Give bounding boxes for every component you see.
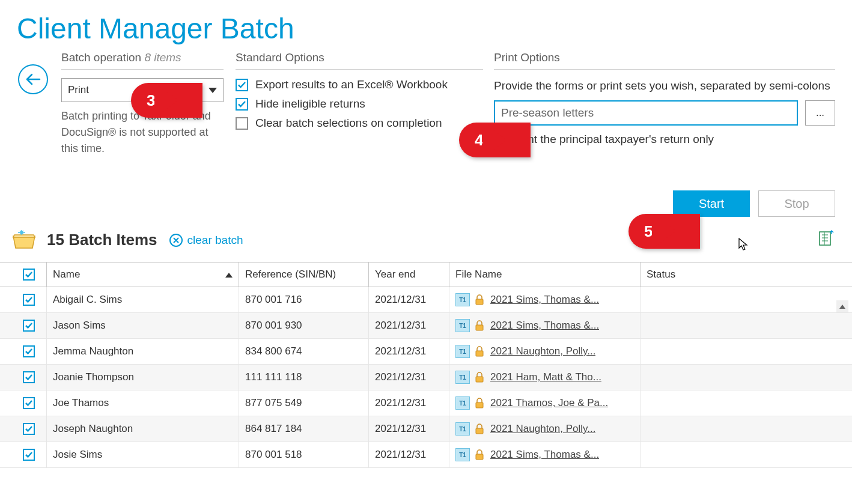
cell-filename: T12021 Thamos, Joe & Pa... bbox=[449, 390, 641, 416]
file-link[interactable]: 2021 Thamos, Joe & Pa... bbox=[490, 397, 608, 409]
box-icon bbox=[10, 226, 38, 254]
cell-status bbox=[641, 442, 852, 467]
callout-3-label: 3 bbox=[147, 91, 155, 110]
cell-name: Jemma Naughton bbox=[47, 339, 239, 364]
standard-option-checkbox[interactable] bbox=[236, 79, 248, 91]
column-status-label: Status bbox=[647, 269, 675, 281]
batch-operation-item-count: 8 items bbox=[144, 51, 181, 64]
file-link[interactable]: 2021 Naughton, Polly... bbox=[490, 423, 595, 435]
column-name[interactable]: Name bbox=[47, 263, 239, 287]
vertical-scrollbar[interactable] bbox=[836, 300, 848, 468]
print-sets-input[interactable] bbox=[494, 100, 798, 126]
file-link[interactable]: 2021 Sims, Thomas &... bbox=[490, 320, 599, 332]
t1-file-icon: T1 bbox=[455, 396, 470, 410]
standard-options-title: Standard Options bbox=[236, 51, 483, 70]
standard-option-checkbox[interactable] bbox=[236, 98, 248, 111]
cell-name: Joanie Thompson bbox=[47, 365, 239, 390]
cell-name: Josie Sims bbox=[47, 442, 239, 467]
row-checkbox[interactable] bbox=[23, 345, 35, 357]
t1-file-icon: T1 bbox=[455, 422, 470, 436]
cell-status bbox=[641, 365, 852, 390]
stop-button[interactable]: Stop bbox=[758, 190, 835, 217]
row-checkbox[interactable] bbox=[23, 397, 35, 409]
cell-reference: 870 001 930 bbox=[239, 313, 369, 338]
svg-rect-9 bbox=[476, 454, 483, 460]
cell-filename: T12021 Sims, Thomas &... bbox=[449, 313, 641, 338]
cell-yearend: 2021/12/31 bbox=[369, 390, 449, 416]
cell-filename: T12021 Sims, Thomas &... bbox=[449, 442, 641, 467]
standard-option-checkbox[interactable] bbox=[236, 117, 248, 130]
excel-icon bbox=[817, 229, 835, 247]
lock-icon bbox=[475, 449, 484, 460]
page-title: Client Manager Batch bbox=[17, 12, 835, 45]
scroll-up-button[interactable] bbox=[836, 300, 848, 312]
row-checkbox[interactable] bbox=[23, 371, 35, 383]
svg-marker-0 bbox=[13, 236, 35, 248]
cell-status bbox=[641, 390, 852, 416]
export-excel-button[interactable] bbox=[817, 229, 835, 250]
row-checkbox[interactable] bbox=[23, 320, 35, 332]
cell-yearend: 2021/12/31 bbox=[369, 287, 449, 312]
table-row[interactable]: Joseph Naughton864 817 1842021/12/31T120… bbox=[0, 416, 852, 442]
batch-items-count: 15 Batch Items bbox=[47, 231, 157, 249]
cell-name: Jason Sims bbox=[47, 313, 239, 338]
t1-file-icon: T1 bbox=[455, 448, 470, 461]
start-button[interactable]: Start bbox=[673, 190, 750, 217]
table-row[interactable]: Jason Sims870 001 9302021/12/31T12021 Si… bbox=[0, 313, 852, 339]
table-row[interactable]: Josie Sims870 001 5182021/12/31T12021 Si… bbox=[0, 442, 852, 468]
cell-reference: 834 800 674 bbox=[239, 339, 369, 364]
lock-icon bbox=[475, 398, 484, 408]
lock-icon bbox=[475, 320, 484, 331]
cell-filename: T12021 Naughton, Polly... bbox=[449, 416, 641, 442]
standard-option-label: Hide ineligible returns bbox=[255, 97, 365, 111]
callout-5: 5 bbox=[628, 214, 700, 249]
file-link[interactable]: 2021 Sims, Thomas &... bbox=[490, 449, 599, 461]
t1-file-icon: T1 bbox=[455, 319, 470, 332]
column-filename[interactable]: File Name bbox=[449, 263, 641, 287]
svg-rect-6 bbox=[476, 377, 483, 382]
svg-rect-5 bbox=[476, 351, 483, 356]
cell-name: Joe Thamos bbox=[47, 390, 239, 416]
cell-filename: T12021 Ham, Matt & Tho... bbox=[449, 365, 641, 390]
column-status[interactable]: Status bbox=[641, 263, 852, 287]
svg-rect-7 bbox=[476, 402, 483, 408]
svg-marker-1 bbox=[13, 235, 35, 237]
row-checkbox[interactable] bbox=[23, 449, 35, 461]
column-reference-label: Reference (SIN/BN) bbox=[245, 269, 336, 281]
chevron-down-icon bbox=[208, 84, 217, 96]
cell-filename: T12021 Sims, Thomas &... bbox=[449, 287, 641, 312]
select-all-checkbox[interactable] bbox=[23, 269, 35, 281]
print-options-instruction: Provide the forms or print sets you wish… bbox=[494, 78, 835, 94]
clear-batch-label: clear batch bbox=[187, 234, 243, 247]
clear-batch-link[interactable]: clear batch bbox=[169, 234, 243, 247]
cell-yearend: 2021/12/31 bbox=[369, 416, 449, 442]
cell-status bbox=[641, 287, 852, 312]
arrow-left-icon bbox=[25, 73, 41, 85]
svg-rect-4 bbox=[476, 325, 483, 330]
callout-5-label: 5 bbox=[644, 222, 653, 241]
cell-name: Abigail C. Sims bbox=[47, 287, 239, 312]
batch-items-table: Name Reference (SIN/BN) Year end File Na… bbox=[0, 262, 852, 468]
table-row[interactable]: Joanie Thompson111 111 1182021/12/31T120… bbox=[0, 365, 852, 390]
column-reference[interactable]: Reference (SIN/BN) bbox=[239, 263, 369, 287]
row-checkbox[interactable] bbox=[23, 423, 35, 435]
table-row[interactable]: Jemma Naughton834 800 6742021/12/31T1202… bbox=[0, 339, 852, 365]
svg-rect-2 bbox=[820, 232, 830, 245]
back-button[interactable] bbox=[18, 64, 48, 94]
table-row[interactable]: Abigail C. Sims870 001 7162021/12/31T120… bbox=[0, 287, 852, 313]
file-link[interactable]: 2021 Sims, Thomas &... bbox=[490, 294, 599, 306]
file-link[interactable]: 2021 Ham, Matt & Tho... bbox=[490, 371, 601, 383]
row-checkbox[interactable] bbox=[23, 294, 35, 306]
table-row[interactable]: Joe Thamos877 075 5492021/12/31T12021 Th… bbox=[0, 390, 852, 416]
cell-filename: T12021 Naughton, Polly... bbox=[449, 339, 641, 364]
column-yearend-label: Year end bbox=[375, 269, 415, 281]
file-link[interactable]: 2021 Naughton, Polly... bbox=[490, 345, 595, 357]
standard-option: Export results to an Excel® Workbook bbox=[236, 78, 483, 91]
cell-name: Joseph Naughton bbox=[47, 416, 239, 442]
t1-file-icon: T1 bbox=[455, 345, 470, 358]
browse-print-sets-button[interactable]: ... bbox=[805, 100, 835, 126]
column-yearend[interactable]: Year end bbox=[369, 263, 449, 287]
column-name-label: Name bbox=[53, 269, 80, 281]
callout-4-label: 4 bbox=[475, 131, 483, 150]
cell-reference: 111 111 118 bbox=[239, 365, 369, 390]
